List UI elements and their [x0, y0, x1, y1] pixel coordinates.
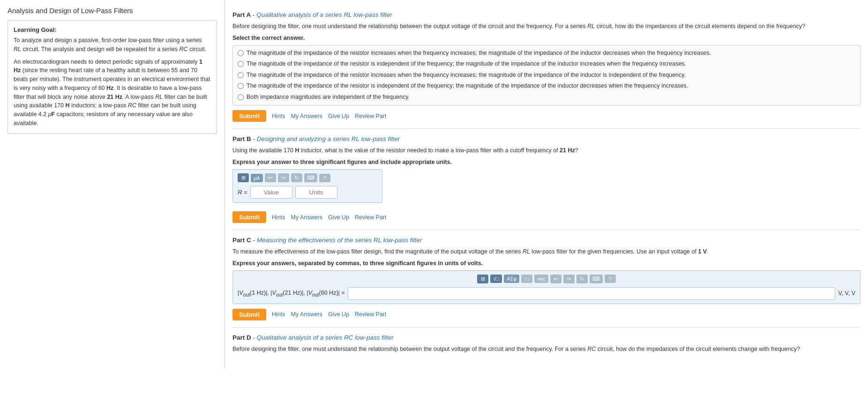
part-c-description: To measure the effectiveness of the low-… — [232, 247, 861, 256]
option-radio-5[interactable] — [238, 94, 244, 100]
part-a-options-box: The magnitude of the impedance of the re… — [232, 45, 861, 106]
part-d-title: Qualitative analysis of a series RC low-… — [257, 334, 394, 341]
part-c-hints-link[interactable]: Hints — [272, 311, 285, 318]
option-label-3: The magnitude of the impedance of the re… — [247, 71, 686, 80]
toolbar-c-keyboard-btn[interactable]: ⌨ — [590, 275, 603, 283]
part-b-title: Designing and analyzing a series RL low-… — [257, 135, 400, 142]
part-c-toolbar: ⊞ √□ AΣφ ↑↓ vec ↩ ↪ ↻ ⌨ ? — [238, 275, 855, 283]
learning-goal-label: Learning Goal: — [14, 26, 211, 33]
part-c-my-answers-link[interactable]: My Answers — [291, 311, 322, 318]
part-c-give-up-link[interactable]: Give Up — [328, 311, 349, 318]
toolbar-c-sigma-btn[interactable]: AΣφ — [504, 275, 519, 283]
toolbar-redo-btn[interactable]: ↪ — [278, 173, 289, 182]
part-c-answer-input[interactable] — [348, 287, 836, 300]
context-text: An electrocardiogram needs to detect per… — [14, 58, 211, 128]
part-b-give-up-link[interactable]: Give Up — [328, 214, 349, 221]
toolbar-refresh-btn[interactable]: ↻ — [291, 173, 302, 182]
part-a-title: Qualitative analysis of a series RL low-… — [256, 11, 392, 18]
part-b-units-input[interactable] — [295, 186, 337, 199]
part-a-section: Part A - Qualitative analysis of a serie… — [232, 5, 861, 129]
page-title: Analysis and Design of Low-Pass Filters — [7, 7, 217, 15]
part-c-label: Part C — [232, 237, 251, 244]
part-b-my-answers-link[interactable]: My Answers — [291, 214, 322, 221]
part-a-label: Part A — [232, 11, 251, 18]
part-c-instruction: Express your answers, separated by comma… — [232, 260, 861, 267]
part-b-input-row: R = — [238, 186, 377, 199]
toolbar-mu-btn[interactable]: μA — [251, 174, 263, 182]
toolbar-c-grid-btn[interactable]: ⊞ — [477, 275, 488, 283]
right-panel: Part A - Qualitative analysis of a serie… — [225, 0, 868, 369]
part-d-separator: - — [253, 334, 257, 341]
option-radio-4[interactable] — [238, 83, 244, 89]
part-a-submit-button[interactable]: Submit — [232, 110, 266, 122]
part-c-input-row: |Vout(1 Hz)|, |Vout(21 Hz)|, |Vout(60 Hz… — [238, 287, 855, 300]
part-b-section: Part B - Designing and analyzing a serie… — [232, 129, 861, 230]
toolbar-c-vec-btn[interactable]: vec — [534, 275, 548, 283]
part-b-description: Using the available 170 H inductor, what… — [232, 146, 861, 155]
part-b-math-label: R = — [238, 189, 247, 196]
part-a-header: Part A - Qualitative analysis of a serie… — [232, 11, 861, 18]
part-a-instruction: Select the correct answer. — [232, 35, 861, 41]
part-c-math-container: ⊞ √□ AΣφ ↑↓ vec ↩ ↪ ↻ ⌨ ? |Vout(1 Hz)|, … — [232, 270, 861, 304]
part-b-toolbar: ⊞ μA ↩ ↪ ↻ ⌨ ? — [238, 173, 377, 182]
part-c-section: Part C - Measuring the effectiveness of … — [232, 230, 861, 327]
toolbar-c-sqrt-btn[interactable]: √□ — [490, 275, 502, 283]
option-radio-1[interactable] — [238, 50, 244, 56]
option-row-1: The magnitude of the impedance of the re… — [238, 49, 855, 58]
part-c-review-link[interactable]: Review Part — [355, 311, 386, 318]
part-a-submit-bar: Submit Hints My Answers Give Up Review P… — [232, 110, 861, 122]
option-radio-3[interactable] — [238, 72, 244, 78]
toolbar-undo-btn[interactable]: ↩ — [265, 173, 276, 182]
learning-goal-text: To analyze and design a passive, first-o… — [14, 36, 211, 54]
part-c-separator: - — [253, 237, 257, 244]
left-panel: Analysis and Design of Low-Pass Filters … — [0, 0, 225, 369]
toolbar-c-help-btn[interactable]: ? — [605, 275, 616, 283]
option-row-5: Both impedance magnitudes are independen… — [238, 93, 855, 102]
part-d-header: Part D - Qualitative analysis of a serie… — [232, 334, 861, 341]
toolbar-c-refresh-btn[interactable]: ↻ — [576, 275, 588, 283]
part-b-submit-button[interactable]: Submit — [232, 211, 266, 223]
option-row-4: The magnitude of the impedance of the re… — [238, 82, 855, 90]
part-b-math-container: ⊞ μA ↩ ↪ ↻ ⌨ ? R = — [232, 169, 382, 203]
part-c-math-label: |Vout(1 Hz)|, |Vout(21 Hz)|, |Vout(60 Hz… — [238, 290, 345, 297]
option-label-1: The magnitude of the impedance of the re… — [247, 49, 711, 58]
toolbar-c-arrows-btn[interactable]: ↑↓ — [521, 275, 532, 283]
toolbar-keyboard-btn[interactable]: ⌨ — [304, 173, 317, 182]
part-d-description: Before designing the filter, one must un… — [232, 345, 861, 354]
option-label-5: Both impedance magnitudes are independen… — [247, 93, 410, 102]
toolbar-grid-btn[interactable]: ⊞ — [238, 173, 249, 182]
part-a-description: Before designing the filter, one must un… — [232, 22, 861, 31]
learning-box: Learning Goal: To analyze and design a p… — [7, 20, 217, 134]
part-c-title: Measuring the effectiveness of the serie… — [257, 237, 422, 244]
part-b-value-input[interactable] — [250, 186, 292, 199]
part-c-submit-bar: Submit Hints My Answers Give Up Review P… — [232, 309, 861, 320]
toolbar-c-undo-btn[interactable]: ↩ — [550, 275, 561, 283]
option-row-3: The magnitude of the impedance of the re… — [238, 71, 855, 80]
part-b-review-link[interactable]: Review Part — [355, 214, 386, 221]
toolbar-c-redo-btn[interactable]: ↪ — [563, 275, 575, 283]
part-a-give-up-link[interactable]: Give Up — [328, 113, 349, 119]
part-b-separator: - — [253, 135, 257, 142]
part-a-my-answers-link[interactable]: My Answers — [291, 113, 322, 119]
option-label-4: The magnitude of the impedance of the re… — [247, 82, 688, 90]
toolbar-help-btn[interactable]: ? — [319, 174, 330, 182]
option-row-2: The magnitude of the impedance of the re… — [238, 60, 855, 68]
part-a-review-link[interactable]: Review Part — [355, 113, 386, 119]
part-d-section: Part D - Qualitative analysis of a serie… — [232, 327, 861, 364]
option-label-2: The magnitude of the impedance of the re… — [247, 60, 686, 68]
option-radio-2[interactable] — [238, 61, 244, 67]
part-c-units: V, V, V — [838, 290, 855, 297]
part-c-header: Part C - Measuring the effectiveness of … — [232, 237, 861, 244]
part-b-submit-bar: Submit Hints My Answers Give Up Review P… — [232, 211, 861, 223]
part-b-hints-link[interactable]: Hints — [272, 214, 285, 221]
part-b-instruction: Express your answer to three significant… — [232, 159, 861, 165]
part-b-label: Part B — [232, 135, 251, 142]
part-b-header: Part B - Designing and analyzing a serie… — [232, 135, 861, 142]
part-d-label: Part D — [232, 334, 251, 341]
part-a-hints-link[interactable]: Hints — [272, 113, 285, 119]
part-c-submit-button[interactable]: Submit — [232, 309, 266, 320]
